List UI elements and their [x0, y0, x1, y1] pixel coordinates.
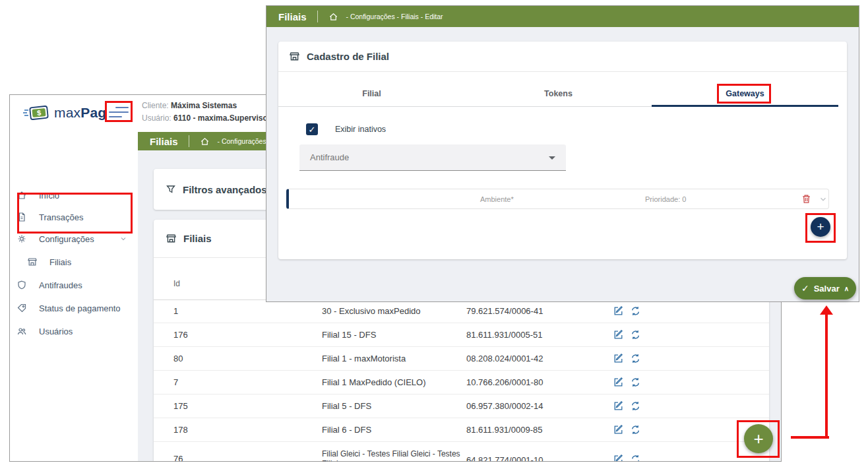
sidebar-item-usuarios[interactable]: Usuários: [16, 323, 133, 339]
check-icon: ✓: [801, 283, 809, 294]
tab-filial[interactable]: Filial: [278, 81, 465, 106]
cadastro-card-title: Cadastro de Filial: [307, 51, 389, 62]
column-header-id: Id: [173, 279, 180, 288]
edit-icon[interactable]: [613, 424, 624, 435]
tag-icon: [16, 303, 27, 313]
gateway-ambiente-label: Ambiente*: [480, 195, 514, 203]
cell-id: 7: [173, 377, 178, 387]
add-filial-fab[interactable]: +: [744, 424, 773, 453]
cadastro-filial-card: Cadastro de Filial Filial Tokens Gateway…: [278, 42, 847, 259]
sync-icon[interactable]: [630, 400, 641, 412]
annotation-arrow-vertical: [825, 314, 828, 439]
page-title: Filiais: [138, 136, 178, 147]
cell-nome: Filial Gleici - Testes Filial Gleici - T…: [322, 449, 464, 461]
table-row: 7 Filial 1 MaxPedido (CIELO) 10.766.206/…: [154, 371, 769, 394]
maxpag-logo: $ maxPag: [23, 104, 106, 122]
sync-icon[interactable]: [630, 377, 641, 388]
sidebar-item-antifraudes[interactable]: Antifraudes: [16, 277, 133, 293]
cell-nome: Filial 15 - DFS: [322, 330, 464, 340]
cell-id: 1: [173, 306, 178, 316]
sidebar-item-label: Usuários: [39, 327, 73, 336]
cell-id: 178: [173, 425, 188, 435]
sync-icon[interactable]: [630, 353, 641, 364]
sidebar-item-label: Filiais: [49, 257, 71, 267]
edit-icon[interactable]: [613, 329, 624, 340]
cell-nome: Filial 1 - maxMotorista: [322, 354, 464, 363]
sidebar-item-label: Início: [39, 191, 59, 201]
edit-icon[interactable]: [613, 353, 624, 364]
cell-cnpj: 10.766.206/0001-80: [466, 377, 543, 387]
shield-icon: [16, 280, 27, 290]
tab-bar: Filial Tokens Gateways: [278, 81, 838, 106]
edit-icon[interactable]: [613, 454, 624, 461]
sidebar-item-label: Configurações: [39, 234, 94, 244]
cell-id: 175: [173, 401, 188, 411]
table-row: 1 30 - Exclusivo maxPedido 79.621.574/00…: [154, 299, 769, 323]
edit-icon[interactable]: [613, 305, 624, 317]
client-label: Cliente:: [142, 101, 169, 110]
sync-icon[interactable]: [630, 424, 641, 435]
dropdown-arrow-icon: [549, 156, 555, 160]
divider: [189, 135, 189, 147]
annotation-arrow-head: [820, 305, 833, 315]
plus-icon: +: [817, 220, 824, 234]
store-icon: [289, 51, 300, 62]
sidebar: Início Transações Configurações Filiais …: [10, 132, 138, 461]
user-label: Usuário:: [142, 113, 171, 123]
sidebar-item-inicio[interactable]: Início: [16, 187, 133, 203]
cell-id: 80: [173, 354, 183, 363]
cell-nome: Filial 1 MaxPedido (CIELO): [322, 377, 464, 387]
annotation-arrow-horizontal: [791, 436, 829, 439]
modal-header-bar: Filiais - Configurações - Filiais - Edit…: [266, 6, 859, 27]
cell-id: 76: [173, 454, 183, 461]
exibir-inativos-checkbox[interactable]: ✓: [306, 123, 318, 135]
sidebar-item-label: Antifraudes: [39, 280, 82, 290]
sync-icon[interactable]: [630, 329, 641, 340]
antifraude-select-label: Antifraude: [299, 152, 349, 162]
table-row: 80 Filial 1 - maxMotorista 08.208.024/00…: [154, 347, 769, 371]
table-row: 76 Filial Gleici - Testes Filial Gleici …: [154, 442, 769, 461]
store-icon: [166, 233, 177, 244]
menu-toggle-icon[interactable]: [109, 107, 129, 120]
divider: [317, 11, 318, 22]
sidebar-item-label: Transações: [39, 212, 83, 222]
save-button[interactable]: ✓ Salvar ∧: [794, 277, 856, 299]
table-row: 176 Filial 15 - DFS 81.611.931/0005-51: [154, 323, 769, 347]
exibir-inativos-label: Exibir inativos: [335, 125, 386, 134]
home-icon[interactable]: [200, 137, 210, 146]
antifraude-select[interactable]: Antifraude: [299, 144, 566, 171]
gateway-item-row: Ambiente* Prioridade: 0: [286, 189, 829, 209]
add-gateway-button[interactable]: +: [811, 217, 830, 237]
tab-gateways[interactable]: Gateways: [652, 81, 838, 106]
cell-cnpj: 06.957.380/0002-14: [466, 401, 543, 411]
save-button-label: Salvar: [814, 284, 840, 294]
sidebar-item-status-pagamento[interactable]: Status de pagamento: [16, 300, 133, 316]
gateway-prioridade-label: Prioridade: 0: [645, 195, 686, 203]
active-tab-indicator: [652, 105, 838, 107]
trash-icon[interactable]: [801, 193, 812, 204]
table-row: 178 Filial 6 - DFS 81.611.931/0009-85: [154, 418, 769, 442]
chevron-down-icon: [119, 235, 127, 243]
users-icon: [16, 326, 27, 336]
cell-id: 176: [173, 330, 188, 340]
chevron-up-icon: ∧: [844, 285, 849, 292]
edit-icon[interactable]: [613, 377, 624, 388]
maxpag-logo-text: maxPag: [54, 105, 106, 121]
table-row: 175 Filial 5 - DFS 06.957.380/0002-14: [154, 394, 769, 418]
screen: $ maxPag Cliente: Máxima Sistemas Usuári…: [0, 0, 868, 471]
cell-nome: 30 - Exclusivo maxPedido: [322, 306, 464, 316]
chevron-down-icon[interactable]: [819, 195, 828, 204]
modal-title: Filiais: [266, 11, 307, 22]
store-icon: [27, 257, 38, 267]
sidebar-item-transacoes[interactable]: Transações: [16, 209, 133, 225]
home-icon[interactable]: [328, 12, 338, 22]
sidebar-item-filiais[interactable]: Filiais: [27, 254, 133, 270]
tab-tokens[interactable]: Tokens: [465, 81, 652, 106]
sync-icon[interactable]: [630, 305, 641, 317]
edit-icon[interactable]: [613, 400, 624, 412]
sidebar-item-configuracoes[interactable]: Configurações: [16, 231, 133, 247]
home-icon: [16, 190, 27, 201]
sync-icon[interactable]: [630, 454, 641, 461]
gear-icon: [16, 234, 27, 244]
filiais-card-title: Filiais: [183, 233, 212, 244]
